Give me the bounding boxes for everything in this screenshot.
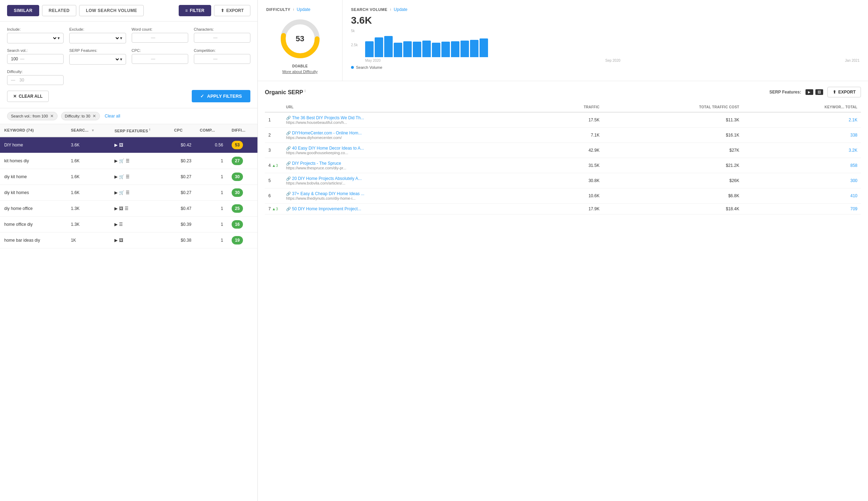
serp-th-url: URL: [283, 102, 535, 112]
keyword-count-cell[interactable]: 300: [743, 173, 861, 188]
serp-feature-image-icon[interactable]: 🖼: [815, 89, 823, 95]
clear-all-link[interactable]: Clear all: [105, 114, 120, 119]
export-button[interactable]: ⬆ EXPORT: [214, 5, 250, 16]
chart-bar: [422, 41, 431, 57]
url-title[interactable]: 🔗DIYHomeCenter.com - Online Hom...: [286, 131, 532, 135]
more-about-difficulty[interactable]: More about Difficulty: [282, 70, 317, 74]
range-dash: —: [151, 35, 155, 40]
sv-info-icon: i: [390, 8, 391, 11]
difficulty-metric-title: DIFFICULTY: [266, 7, 290, 12]
url-cell: 🔗DIYHomeCenter.com - Online Hom... https…: [283, 128, 535, 143]
th-serp-features[interactable]: SERP FEATURES i: [110, 124, 170, 137]
keyword-cell: kit homes diy: [0, 153, 67, 169]
donut-container: 53 DOABLE More about Difficulty: [266, 15, 334, 74]
ext-link-icon: 🔗: [286, 161, 291, 165]
competition-min[interactable]: [198, 56, 212, 61]
characters-max[interactable]: [219, 35, 233, 40]
filter-tag-searchvol-close[interactable]: ✕: [50, 114, 54, 119]
exclude-input[interactable]: ▾: [69, 33, 126, 43]
url-block: 🔗DIY Projects - The Spruce https://www.t…: [286, 161, 532, 170]
chart-bar: [460, 41, 469, 57]
filter-button[interactable]: ≡ FILTER: [179, 5, 211, 16]
url-title[interactable]: 🔗50 DIY Home Improvement Project...: [286, 206, 532, 211]
th-keyword[interactable]: KEYWORD (74): [0, 124, 67, 137]
chart-bar: [365, 41, 374, 57]
url-title[interactable]: 🔗The 36 Best DIY Projects We Did Th...: [286, 115, 532, 120]
url-cell: 🔗DIY Projects - The Spruce https://www.t…: [283, 158, 535, 173]
video-icon: ▶: [114, 206, 118, 211]
comp-cell: 1: [196, 232, 227, 248]
table-row: diy home office 1.3K ▶🖼☰ $0.47 1 25: [0, 200, 257, 216]
include-select[interactable]: [11, 35, 58, 41]
serp-features-select[interactable]: [73, 56, 120, 62]
keyword-count-cell[interactable]: 410: [743, 188, 861, 204]
url-title[interactable]: 🔗37+ Easy & Cheap DIY Home Ideas ...: [286, 191, 532, 196]
traffic-cell: 10.6K: [535, 188, 603, 204]
tab-related[interactable]: RELATED: [42, 5, 76, 16]
competition-input[interactable]: —: [194, 54, 250, 64]
keyword-count-cell[interactable]: 338: [743, 128, 861, 143]
url-title[interactable]: 🔗40 Easy DIY Home Decor Ideas to A...: [286, 146, 532, 151]
word-count-min[interactable]: [136, 35, 150, 40]
keyword-count-cell[interactable]: 709: [743, 204, 861, 215]
rank-cell: 5: [265, 173, 283, 188]
word-count-input[interactable]: —: [132, 33, 188, 43]
diff-cell: 27: [227, 153, 257, 169]
url-title[interactable]: 🔗DIY Projects - The Spruce: [286, 161, 532, 166]
search-header-label: SEARC...: [71, 128, 89, 132]
clear-all-button[interactable]: ✕ CLEAR ALL: [7, 91, 49, 102]
serp-export-button[interactable]: ⬆ EXPORT: [827, 87, 861, 97]
exclude-select[interactable]: [73, 35, 120, 41]
filter-tag-difficulty-close[interactable]: ✕: [93, 114, 96, 119]
sv-update-link[interactable]: Update: [394, 7, 408, 12]
cpc-min[interactable]: [136, 56, 150, 61]
word-count-max[interactable]: [157, 35, 171, 40]
tab-low-search-volume[interactable]: LOW SEARCH VOLUME: [79, 5, 144, 16]
apply-filters-button[interactable]: ✓ APPLY FILTERS: [192, 90, 250, 102]
serp-feature-video-icon[interactable]: ▶: [805, 89, 813, 95]
comp-cell: 1: [196, 169, 227, 185]
diff-badge: 30: [232, 188, 243, 197]
diff-cell: 16: [227, 216, 257, 232]
filter-tag-searchvol[interactable]: Search vol.: from 100 ✕: [7, 112, 58, 120]
th-search[interactable]: SEARC... ▼: [67, 124, 110, 137]
video-icon: ▶: [114, 238, 118, 243]
tab-similar[interactable]: SIMILAR: [7, 5, 39, 16]
th-diff[interactable]: DIFFI...: [227, 124, 257, 137]
difficulty-value: 30: [19, 78, 24, 83]
rank-cell: 1: [265, 112, 283, 128]
filter-tag-difficulty[interactable]: Difficulty: to 30 ✕: [61, 112, 100, 120]
difficulty-label: Difficulty:: [7, 70, 250, 74]
range-dash-3: —: [151, 56, 155, 61]
cpc-input[interactable]: —: [132, 54, 188, 64]
keyword-count-cell[interactable]: 3.2K: [743, 143, 861, 158]
x-label-may: May 2020: [365, 59, 381, 62]
filter-actions: ✕ CLEAR ALL ✓ APPLY FILTERS: [7, 90, 250, 102]
keyword-count-cell[interactable]: 2.1K: [743, 112, 861, 128]
characters-min[interactable]: [198, 35, 212, 40]
url-block: 🔗37+ Easy & Cheap DIY Home Ideas ... htt…: [286, 191, 532, 200]
url-block: 🔗50 DIY Home Improvement Project...: [286, 206, 532, 211]
th-cpc[interactable]: CPC: [170, 124, 196, 137]
serp-th-rank: [265, 102, 283, 112]
serp-icons-cell: ▶🛒☰: [110, 153, 170, 169]
url-title[interactable]: 🔗20 DIY Home Projects Absolutely A...: [286, 176, 532, 181]
chart-x-labels: May 2020 Sep 2020 Jan 2021: [351, 59, 860, 62]
keyword-count-cell[interactable]: 858: [743, 158, 861, 173]
keyword-table: KEYWORD (74) SEARC... ▼ SERP FEATURES i …: [0, 124, 257, 248]
diff-badge: 19: [232, 236, 243, 245]
serp-features-input[interactable]: ▾: [69, 54, 126, 65]
include-input[interactable]: ▾: [7, 33, 64, 43]
characters-input[interactable]: —: [194, 33, 250, 43]
difficulty-input[interactable]: — 30: [7, 75, 64, 85]
serp-table-row: 2 🔗DIYHomeCenter.com - Online Hom... htt…: [265, 128, 861, 143]
serp-features-actions-label: SERP Features:: [769, 90, 801, 95]
difficulty-update-link[interactable]: Update: [297, 7, 310, 12]
url-block: 🔗DIYHomeCenter.com - Online Hom... https…: [286, 131, 532, 140]
list-icon: ☰: [126, 158, 130, 163]
search-cell: 3.6K: [67, 137, 110, 153]
search-vol-input[interactable]: 100 —: [7, 54, 64, 64]
table-row: diy kit homes 1.6K ▶🛒☰ $0.27 1 30: [0, 185, 257, 200]
cost-cell: $27K: [603, 143, 743, 158]
th-comp[interactable]: COMP...: [196, 124, 227, 137]
